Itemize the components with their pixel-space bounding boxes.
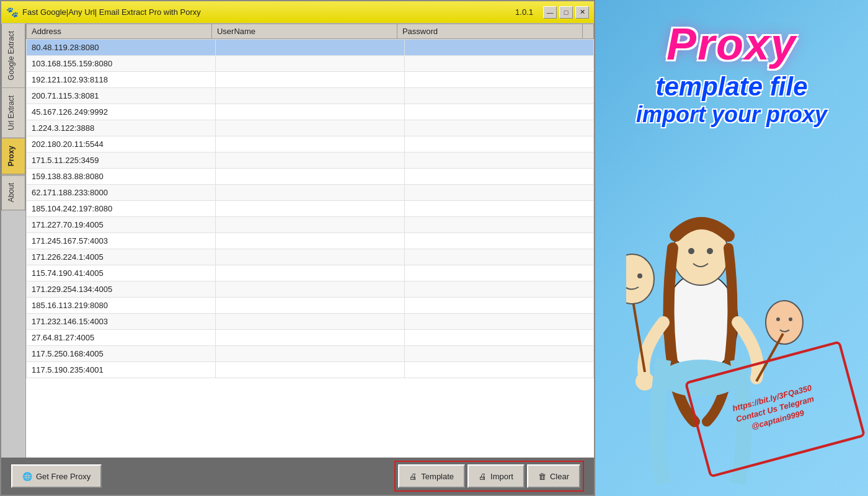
- cell-password: [405, 298, 594, 314]
- table-row[interactable]: 62.171.188.233:8000: [27, 185, 594, 201]
- cell-password: [405, 217, 594, 233]
- cell-address: 185.16.113.219:8080: [27, 298, 216, 314]
- table-row[interactable]: 115.74.190.41:4005: [27, 265, 594, 281]
- title-bar: 🐾 Fast Google|Any Url| Email Extract Pro…: [1, 1, 594, 24]
- clear-button[interactable]: 🗑 Clear: [527, 464, 580, 488]
- template-label: Template: [421, 472, 454, 481]
- close-button[interactable]: ✕: [575, 6, 589, 19]
- table-row[interactable]: 200.71.115.3:8081: [27, 88, 594, 104]
- col-header-username: UserName: [211, 24, 397, 39]
- table-row[interactable]: 171.226.224.1:4005: [27, 249, 594, 265]
- table-row[interactable]: 80.48.119.28:8080: [27, 40, 594, 56]
- cell-address: 202.180.20.11:5544: [27, 136, 216, 153]
- cell-address: 117.5.250.168:4005: [27, 346, 216, 362]
- cell-address: 185.104.242.197:8080: [27, 201, 216, 217]
- table-row[interactable]: 171.5.11.225:3459: [27, 153, 594, 169]
- tab-proxy[interactable]: Proxy: [1, 138, 25, 174]
- table-row[interactable]: 117.5.250.168:4005: [27, 346, 594, 362]
- cell-password: [405, 362, 594, 378]
- import-button[interactable]: 🖨 Import: [467, 464, 525, 488]
- clear-label: Clear: [550, 472, 569, 481]
- cell-address: 200.71.115.3:8081: [27, 88, 216, 104]
- table-row[interactable]: 1.224.3.122:3888: [27, 120, 594, 136]
- cell-username: [216, 362, 405, 378]
- table-row[interactable]: 171.229.254.134:4005: [27, 281, 594, 298]
- cell-password: [405, 104, 594, 120]
- table-row[interactable]: 103.168.155.159:8080: [27, 56, 594, 72]
- cell-address: 171.5.11.225:3459: [27, 153, 216, 169]
- proxy-table: Address UserName Password: [26, 24, 594, 39]
- table-row[interactable]: 171.245.167.57:4003: [27, 233, 594, 249]
- table-row[interactable]: 185.16.113.219:8080: [27, 298, 594, 314]
- app-icon: 🐾: [6, 6, 19, 19]
- cell-username: [216, 201, 405, 217]
- svg-point-10: [766, 301, 803, 344]
- cell-password: [405, 330, 594, 346]
- table-scroll-area[interactable]: 80.48.119.28:8080103.168.155.159:8080192…: [26, 39, 594, 458]
- window-title: Fast Google|Any Url| Email Extract Pro w…: [22, 7, 515, 17]
- cell-address: 171.226.224.1:4005: [27, 249, 216, 265]
- svg-point-11: [776, 317, 780, 321]
- table-row[interactable]: 117.5.190.235:4001: [27, 362, 594, 378]
- col-header-scroll: [582, 24, 593, 39]
- svg-point-4: [636, 372, 654, 391]
- table-row[interactable]: 45.167.126.249:9992: [27, 104, 594, 120]
- cell-username: [216, 298, 405, 314]
- template-file-text: template file: [655, 72, 807, 102]
- import-icon: 🖨: [479, 472, 487, 481]
- cell-address: 171.229.254.134:4005: [27, 281, 216, 298]
- cell-password: [405, 56, 594, 72]
- cell-address: 80.48.119.28:8080: [27, 40, 216, 56]
- svg-point-3: [707, 248, 713, 254]
- tab-url-extract[interactable]: Url Extract: [1, 88, 25, 138]
- cell-username: [216, 72, 405, 88]
- version-label: 1.0.1: [515, 7, 533, 17]
- cell-username: [216, 153, 405, 169]
- table-row[interactable]: 202.180.20.11:5544: [27, 136, 594, 153]
- cell-password: [405, 40, 594, 56]
- bottom-toolbar: 🌐 Get Free Proxy 🖨 Template 🖨 Import 🗑 C…: [1, 458, 594, 495]
- cell-username: [216, 120, 405, 136]
- svg-point-8: [637, 273, 642, 278]
- cell-password: [405, 185, 594, 201]
- cell-password: [405, 88, 594, 104]
- svg-point-2: [688, 248, 694, 254]
- cell-username: [216, 40, 405, 56]
- tab-google-extract[interactable]: Google Extract: [1, 24, 25, 88]
- svg-point-12: [789, 317, 792, 321]
- cell-password: [405, 201, 594, 217]
- import-proxy-text: import your proxy: [636, 102, 827, 128]
- cell-username: [216, 185, 405, 201]
- cell-password: [405, 249, 594, 265]
- cell-address: 117.5.190.235:4001: [27, 362, 216, 378]
- cell-address: 103.168.155.159:8080: [27, 56, 216, 72]
- clear-icon: 🗑: [538, 472, 546, 481]
- get-free-proxy-button[interactable]: 🌐 Get Free Proxy: [11, 464, 102, 488]
- cell-username: [216, 88, 405, 104]
- table-row[interactable]: 185.104.242.197:8080: [27, 201, 594, 217]
- table-row[interactable]: 27.64.81.27:4005: [27, 330, 594, 346]
- table-row[interactable]: 171.232.146.15:4003: [27, 314, 594, 330]
- cell-password: [405, 233, 594, 249]
- cell-password: [405, 72, 594, 88]
- cell-username: [216, 169, 405, 185]
- cell-address: 62.171.188.233:8000: [27, 185, 216, 201]
- cell-password: [405, 281, 594, 298]
- minimize-button[interactable]: —: [543, 6, 557, 19]
- tab-about[interactable]: About: [1, 175, 25, 210]
- cell-username: [216, 249, 405, 265]
- cell-address: 1.224.3.122:3888: [27, 120, 216, 136]
- table-row[interactable]: 159.138.83.88:8080: [27, 169, 594, 185]
- vertical-tabs: Google Extract Url Extract Proxy About: [1, 24, 26, 458]
- cell-password: [405, 136, 594, 153]
- main-area: Google Extract Url Extract Proxy About A…: [1, 24, 594, 458]
- col-header-address: Address: [27, 24, 212, 39]
- maximize-button[interactable]: □: [559, 6, 573, 19]
- cell-username: [216, 56, 405, 72]
- app-window: 🐾 Fast Google|Any Url| Email Extract Pro…: [0, 0, 595, 496]
- table-row[interactable]: 192.121.102.93:8118: [27, 72, 594, 88]
- template-button[interactable]: 🖨 Template: [398, 464, 465, 488]
- table-row[interactable]: 171.227.70.19:4005: [27, 217, 594, 233]
- template-icon: 🖨: [409, 472, 417, 481]
- cell-username: [216, 314, 405, 330]
